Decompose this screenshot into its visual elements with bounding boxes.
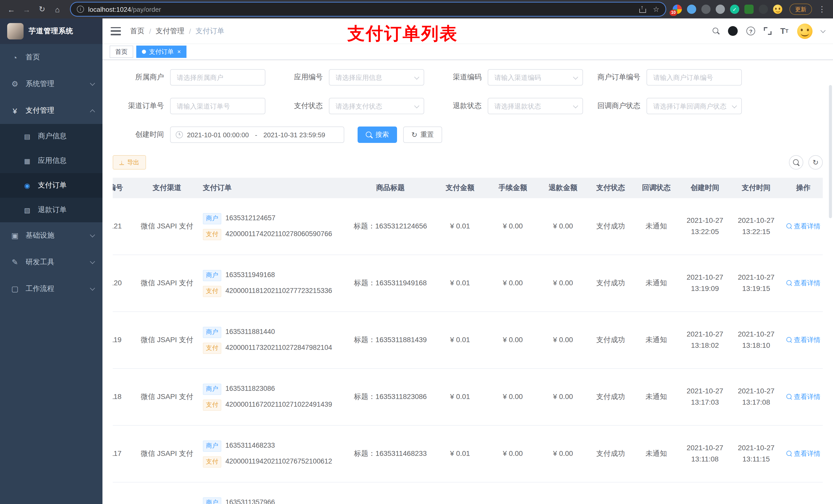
merchant-select-input[interactable] bbox=[170, 69, 265, 86]
back-icon[interactable]: ← bbox=[5, 3, 18, 15]
toggle-search-button[interactable] bbox=[789, 155, 803, 170]
table-row: 117 微信 JSAPI 支付 商户 1635311468233 支付 4200… bbox=[113, 426, 823, 482]
sidebar-item-system[interactable]: ⚙ 系统管理 bbox=[0, 71, 102, 97]
view-detail-link[interactable]: 查看详情 bbox=[786, 392, 820, 402]
extension-icon-dark[interactable] bbox=[701, 5, 711, 14]
site-info-icon[interactable]: i bbox=[77, 6, 84, 13]
reload-icon[interactable]: ↻ bbox=[36, 3, 48, 15]
extension-icon-blue[interactable] bbox=[687, 5, 696, 14]
cell-id: 119 bbox=[113, 334, 136, 345]
search-button[interactable]: 搜索 bbox=[358, 126, 397, 143]
view-detail-label: 查看详情 bbox=[794, 392, 820, 402]
date-range-separator: - bbox=[253, 131, 259, 139]
search-icon bbox=[793, 159, 800, 166]
table-row: 121 微信 JSAPI 支付 商户 1635312124657 支付 4200… bbox=[113, 198, 823, 255]
pay-tag: 支付 bbox=[203, 286, 221, 297]
cell-pay-order: 商户 1635311881440 支付 42000011732021102728… bbox=[198, 327, 348, 354]
bookmark-star-icon[interactable]: ☆ bbox=[653, 5, 659, 13]
payment-submenu: ▤ 商户信息 ▦ 应用信息 ◉ 支付订单 ▧ 退款订单 bbox=[0, 124, 102, 222]
date-start-value: 2021-10-01 00:00:00 bbox=[187, 131, 249, 139]
extension-icon-charcoal[interactable] bbox=[759, 5, 768, 14]
browser-profile-avatar[interactable] bbox=[773, 5, 782, 14]
share-icon[interactable] bbox=[639, 6, 646, 13]
scrollbar-thumb[interactable] bbox=[829, 85, 832, 218]
extension-badge: 10 bbox=[670, 10, 677, 16]
question-icon[interactable]: ? bbox=[746, 27, 755, 35]
home-icon[interactable]: ⌂ bbox=[51, 3, 64, 15]
browser-menu-icon[interactable]: ⋮ bbox=[816, 5, 828, 14]
refund-status-select-input[interactable] bbox=[488, 98, 583, 114]
date-range-picker[interactable]: 2021-10-01 00:00:00 - 2021-10-31 23:59:5… bbox=[170, 126, 344, 143]
tab-pay-order[interactable]: 支付订单 × bbox=[136, 46, 187, 58]
chevron-down-icon bbox=[90, 232, 95, 237]
cell-id: 117 bbox=[113, 448, 136, 459]
breadcrumb-home[interactable]: 首页 bbox=[130, 26, 144, 35]
sidebar-item-infrastructure[interactable]: ▣ 基础设施 bbox=[0, 222, 102, 249]
github-icon[interactable] bbox=[728, 26, 738, 36]
extension-icon-colorful[interactable]: 10 bbox=[673, 5, 682, 14]
merchant-order-no: 1635312124657 bbox=[225, 213, 276, 224]
font-size-icon[interactable]: TT bbox=[780, 27, 788, 35]
export-button[interactable]: ↓ 导出 bbox=[113, 155, 146, 170]
merchant-order-no-input[interactable] bbox=[646, 69, 742, 86]
merchant-order-no: 1635311881440 bbox=[225, 327, 275, 338]
pay-order-line: 支付 4200001174202110278060590766 bbox=[203, 229, 332, 240]
channel-order-no-field bbox=[170, 98, 265, 114]
merchant-order-line: 商户 1635311468233 bbox=[203, 440, 275, 452]
forward-icon[interactable]: → bbox=[21, 3, 33, 15]
pay-transaction-no: 4200001181202110277723215336 bbox=[225, 286, 332, 296]
app-id-select-input[interactable] bbox=[329, 69, 424, 86]
cell-action: 查看详情 bbox=[782, 335, 823, 345]
filter-label: 渠道订单号 bbox=[113, 101, 170, 111]
avatar-dropdown-caret-icon[interactable] bbox=[820, 28, 826, 33]
url-path: /pay/order bbox=[131, 5, 161, 13]
extension-icon-green-square[interactable] bbox=[744, 5, 754, 14]
sidebar-item-pay-order[interactable]: ◉ 支付订单 bbox=[0, 173, 102, 198]
cell-fee: ¥ 0.00 bbox=[488, 221, 538, 232]
view-detail-link[interactable]: 查看详情 bbox=[786, 278, 820, 288]
search-icon[interactable] bbox=[713, 28, 719, 34]
sidebar-item-merchant-info[interactable]: ▤ 商户信息 bbox=[0, 124, 102, 148]
sidebar-collapse-icon[interactable] bbox=[111, 27, 121, 35]
pay-status-select-input[interactable] bbox=[329, 98, 424, 114]
app-id-select bbox=[329, 69, 424, 86]
cell-paid: 2021-10-27 13:11:15 bbox=[731, 443, 782, 465]
cell-created: 2021-10-27 13:19:09 bbox=[679, 272, 731, 294]
view-detail-link[interactable]: 查看详情 bbox=[786, 449, 820, 459]
extension-icon-gray[interactable] bbox=[716, 5, 725, 14]
sidebar-item-devtools[interactable]: ✎ 研发工具 bbox=[0, 249, 102, 275]
filter-label: 渠道编码 bbox=[430, 73, 488, 82]
filter-channel-order-no: 渠道订单号 bbox=[113, 98, 265, 114]
orders-table: 编号 支付渠道 支付订单 商品标题 支付金额 手续金额 退款金额 支付状态 回调… bbox=[113, 178, 823, 504]
sidebar-item-home[interactable]: ◔ 首页 bbox=[0, 44, 102, 71]
user-avatar[interactable] bbox=[797, 23, 812, 39]
sidebar-item-app-info[interactable]: ▦ 应用信息 bbox=[0, 148, 102, 173]
cell-amount: ¥ 0.01 bbox=[432, 334, 488, 345]
refresh-table-button[interactable]: ↻ bbox=[808, 155, 823, 170]
merchant-order-no: 1635311468233 bbox=[225, 440, 275, 451]
sidebar-item-workflow[interactable]: ▢ 工作流程 bbox=[0, 275, 102, 302]
url-bar[interactable]: i localhost:1024 /pay/order ☆ bbox=[71, 3, 665, 16]
fullscreen-icon[interactable] bbox=[764, 27, 771, 35]
breadcrumb-payment[interactable]: 支付管理 bbox=[156, 26, 185, 35]
view-detail-link[interactable]: 查看详情 bbox=[786, 221, 820, 232]
tab-home[interactable]: 首页 bbox=[110, 46, 133, 58]
sidebar-item-label: 基础设施 bbox=[26, 231, 91, 240]
app-logo[interactable]: 芋道管理系统 bbox=[0, 19, 102, 44]
browser-update-button[interactable]: 更新 bbox=[789, 4, 812, 15]
sidebar-item-payment[interactable]: ¥ 支付管理 bbox=[0, 97, 102, 124]
cell-channel: 微信 JSAPI 支付 bbox=[136, 221, 198, 232]
chevron-down-icon bbox=[90, 259, 95, 264]
channel-order-no-input[interactable] bbox=[170, 98, 265, 114]
notify-status-select-input[interactable] bbox=[646, 98, 742, 114]
channel-code-input[interactable] bbox=[488, 69, 583, 86]
col-header-pay-order: 支付订单 bbox=[198, 183, 348, 193]
cell-notify: 未通知 bbox=[633, 334, 679, 345]
reset-button[interactable]: ↻ 重置 bbox=[403, 126, 442, 143]
filter-channel-code: 渠道编码 bbox=[430, 69, 583, 86]
tab-close-icon[interactable]: × bbox=[177, 49, 181, 55]
sidebar-item-refund-order[interactable]: ▧ 退款订单 bbox=[0, 198, 102, 222]
extension-icon-green-check[interactable]: ✓ bbox=[730, 5, 739, 14]
merchant-order-line: 商户 1635311357966 bbox=[203, 497, 275, 504]
view-detail-link[interactable]: 查看详情 bbox=[786, 335, 820, 345]
